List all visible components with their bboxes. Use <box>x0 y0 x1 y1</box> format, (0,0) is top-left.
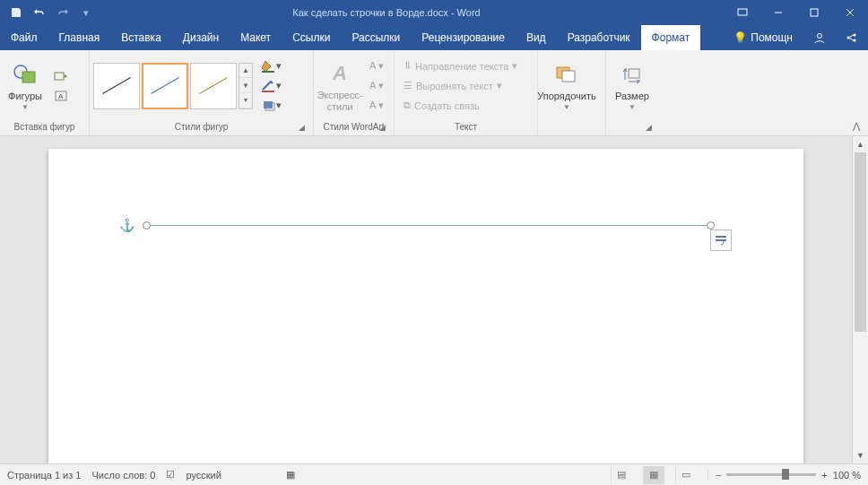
style-preset-2[interactable] <box>142 63 188 109</box>
zoom-value[interactable]: 100 % <box>833 470 861 481</box>
page-indicator[interactable]: Страница 1 из 1 <box>7 470 81 481</box>
shape-fill-icon[interactable]: ▾ <box>260 57 282 75</box>
gallery-down-icon[interactable]: ▼ <box>239 78 252 93</box>
shapes-icon <box>11 60 39 89</box>
workspace: ⚓ ▲ ▼ <box>0 136 868 463</box>
print-layout-icon[interactable]: ▦ <box>643 466 664 484</box>
shapes-button[interactable]: Фигуры ▼ <box>4 54 47 118</box>
size-icon <box>618 60 647 89</box>
page[interactable]: ⚓ <box>48 149 803 463</box>
tab-home[interactable]: Главная <box>48 25 111 50</box>
titlebar: ▾ Как сделать строчки в Ворде.docx - Wor… <box>0 0 868 25</box>
edit-shape-icon[interactable] <box>50 67 72 85</box>
scroll-thumb[interactable] <box>855 152 866 332</box>
link-icon: ⧉ <box>404 100 411 111</box>
style-preset-3[interactable] <box>190 63 237 109</box>
shape-effects-icon[interactable]: ▾ <box>260 97 282 115</box>
undo-icon[interactable] <box>29 2 50 23</box>
style-preset-1[interactable] <box>93 63 140 109</box>
tab-review[interactable]: Рецензирование <box>411 25 516 50</box>
svg-point-3 <box>818 34 822 39</box>
svg-rect-19 <box>716 236 726 238</box>
tab-references[interactable]: Ссылки <box>282 25 341 50</box>
svg-text:A: A <box>58 92 64 100</box>
tab-format[interactable]: Формат <box>641 25 701 50</box>
redo-icon[interactable] <box>52 2 74 23</box>
language-indicator[interactable]: русский <box>186 470 221 481</box>
tab-developer[interactable]: Разработчик <box>557 25 641 50</box>
tab-file[interactable]: Файл <box>0 25 48 50</box>
zoom-slider[interactable] <box>726 473 816 476</box>
shape-styles-launcher-icon[interactable]: ◢ <box>295 121 308 134</box>
svg-rect-2 <box>811 9 818 16</box>
text-box-icon[interactable]: A <box>50 87 72 105</box>
zoom-in-icon[interactable]: + <box>821 470 827 481</box>
tell-me-label: Помощн <box>751 31 793 44</box>
qat-customize-icon[interactable]: ▾ <box>75 2 97 23</box>
gallery-more-icon[interactable]: ▾ <box>239 93 252 108</box>
window-title: Как сделать строчки в Ворде.docx - Word <box>102 7 725 18</box>
text-effects-icon: A ▾ <box>366 97 387 115</box>
express-styles-button: A Экспресс- стили <box>317 54 362 118</box>
proofing-icon[interactable]: ☑ <box>166 469 175 481</box>
group-insert-shapes-label: Вставка фигур <box>4 119 85 134</box>
word-count[interactable]: Число слов: 0 <box>91 470 155 481</box>
account-icon[interactable] <box>803 25 836 50</box>
close-icon[interactable] <box>832 0 868 25</box>
wordart-launcher-icon[interactable]: ◢ <box>376 121 388 134</box>
maximize-icon[interactable] <box>796 0 832 25</box>
macro-icon[interactable]: ▦ <box>286 469 295 481</box>
shapes-label: Фигуры <box>8 91 42 101</box>
gallery-up-icon[interactable]: ▲ <box>239 64 252 79</box>
group-text-label: Текст <box>398 119 534 134</box>
align-text-icon: ☰ <box>404 80 412 91</box>
scroll-up-icon[interactable]: ▲ <box>853 136 868 152</box>
line-shape[interactable] <box>147 225 710 226</box>
arrange-label: Упорядочить <box>537 91 595 101</box>
statusbar: Страница 1 из 1 Число слов: 0 ☑ русский … <box>0 463 868 485</box>
group-arrange-label <box>542 119 602 134</box>
arrange-button[interactable]: Упорядочить ▼ <box>542 54 592 118</box>
tell-me-button[interactable]: 💡 Помощн <box>723 25 803 50</box>
svg-rect-8 <box>22 72 35 82</box>
tab-layout[interactable]: Макет <box>230 25 282 50</box>
text-fill-icon: A ▾ <box>366 57 387 75</box>
text-direction-button: ⥮Направление текста▾ <box>400 56 521 76</box>
group-size-label: ◢ <box>610 119 656 134</box>
document-area[interactable]: ⚓ <box>0 136 852 463</box>
create-link-button: ⧉Создать связь <box>400 96 521 116</box>
save-icon[interactable] <box>5 2 27 23</box>
scroll-down-icon[interactable]: ▼ <box>853 447 868 463</box>
layout-options-button[interactable] <box>710 230 732 251</box>
size-button[interactable]: Размер ▼ <box>610 54 655 118</box>
resize-handle-right[interactable] <box>707 221 715 230</box>
ribbon-display-icon[interactable] <box>725 0 760 25</box>
size-launcher-icon[interactable]: ◢ <box>642 121 655 134</box>
anchor-icon[interactable]: ⚓ <box>119 218 135 232</box>
shape-styles-gallery[interactable]: ▲ ▼ ▾ <box>93 63 253 109</box>
resize-handle-left[interactable] <box>143 221 151 230</box>
text-direction-icon: ⥮ <box>404 60 412 72</box>
svg-point-5 <box>854 34 856 37</box>
svg-rect-13 <box>262 91 274 92</box>
ribbon-tabs: Файл Главная Вставка Дизайн Макет Ссылки… <box>0 25 868 50</box>
svg-rect-0 <box>738 9 747 15</box>
shape-outline-icon[interactable]: ▾ <box>260 77 282 95</box>
tab-view[interactable]: Вид <box>516 25 557 50</box>
zoom-out-icon[interactable]: − <box>716 470 721 481</box>
arrange-icon <box>552 60 581 89</box>
read-mode-icon[interactable]: ▤ <box>611 466 632 484</box>
tab-design[interactable]: Дизайн <box>172 25 230 50</box>
tab-insert[interactable]: Вставка <box>110 25 172 50</box>
svg-rect-17 <box>562 71 575 82</box>
share-icon[interactable] <box>836 25 868 50</box>
size-label: Размер <box>615 91 649 101</box>
tab-mailings[interactable]: Рассылки <box>341 25 411 50</box>
collapse-ribbon-icon[interactable]: ⋀ <box>848 117 864 134</box>
vertical-scrollbar[interactable]: ▲ ▼ <box>852 136 868 463</box>
svg-point-4 <box>847 37 850 39</box>
express-label: Экспресс- стили <box>317 90 362 111</box>
svg-rect-12 <box>262 71 274 73</box>
web-layout-icon[interactable]: ▭ <box>675 466 697 484</box>
minimize-icon[interactable] <box>760 0 796 25</box>
